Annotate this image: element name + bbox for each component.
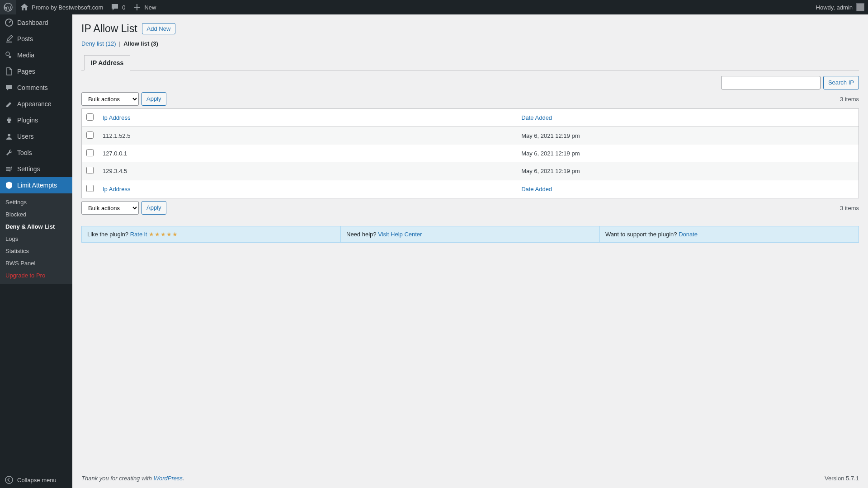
new-content-link[interactable]: New [129,0,160,14]
column-ip-footer[interactable]: Ip Address [103,186,130,192]
collapse-icon [5,475,14,484]
sidebar-item-pages[interactable]: Pages [0,63,72,80]
comment-icon [110,3,119,12]
table-row: 129.3.4.5 May 6, 2021 12:19 pm [82,162,859,180]
svg-point-5 [9,170,11,172]
sidebar-item-appearance[interactable]: Appearance [0,96,72,112]
wordpress-link[interactable]: WordPress [154,475,183,482]
sidebar-item-label: Tools [17,149,32,156]
submenu-item-blocked[interactable]: Blocked [0,208,72,221]
sidebar-item-limit-attempts[interactable]: Limit Attempts [0,177,72,193]
sidebar-item-label: Users [17,133,34,140]
promo-donate: Want to support the plugin? Donate [599,226,859,242]
rate-link[interactable]: Rate it [130,231,147,238]
sidebar-item-label: Comments [17,84,48,91]
new-label: New [144,4,156,11]
site-name-link[interactable]: Promo by Bestwebsoft.com [16,0,107,14]
donate-link[interactable]: Donate [679,231,698,238]
submenu-item-logs[interactable]: Logs [0,233,72,245]
submenu-item-statistics[interactable]: Statistics [0,245,72,257]
select-all-top-checkbox[interactable] [86,113,94,121]
items-count-bottom: 3 items [840,205,859,211]
sidebar-item-label: Appearance [17,100,52,108]
submenu-item-bws-panel[interactable]: BWS Panel [0,257,72,269]
sidebar-item-media[interactable]: Media [0,47,72,63]
promo-help: Need help? Visit Help Center [340,226,599,242]
column-date-header[interactable]: Date Added [521,114,552,121]
sidebar-item-label: Limit Attempts [17,182,57,189]
collapse-menu-button[interactable]: Collapse menu [0,472,72,488]
plus-icon [132,3,142,12]
site-name-label: Promo by Bestwebsoft.com [32,4,103,11]
wp-logo[interactable] [0,0,16,14]
svg-point-2 [6,52,9,56]
deny-list-link[interactable]: Deny list (12) [81,40,116,47]
my-account-link[interactable]: Howdy, admin [812,0,868,14]
submenu-item-deny-allow[interactable]: Deny & Allow List [0,221,72,233]
allow-list-current: Allow list (3) [123,40,158,47]
star-icons: ★★★★★ [149,231,178,238]
sidebar-item-label: Posts [17,35,33,42]
table-row: 127.0.0.1 May 6, 2021 12:19 pm [82,145,859,162]
select-all-bottom-checkbox[interactable] [86,185,94,192]
sidebar-item-posts[interactable]: Posts [0,31,72,47]
avatar [856,3,864,11]
sidebar-item-tools[interactable]: Tools [0,145,72,161]
svg-point-3 [8,134,10,136]
table-row: 112.1.52.5 May 6, 2021 12:19 pm [82,127,859,145]
add-new-button[interactable]: Add New [142,23,176,34]
bulk-actions-select-top[interactable]: Bulk actions [81,92,139,106]
search-button[interactable]: Search IP [823,76,859,89]
row-checkbox[interactable] [86,131,94,139]
submenu-item-settings[interactable]: Settings [0,196,72,208]
column-date-footer[interactable]: Date Added [521,186,552,192]
bulk-actions-select-bottom[interactable]: Bulk actions [81,201,139,215]
cell-ip: 129.3.4.5 [98,162,517,180]
howdy-label: Howdy, admin [816,4,853,11]
column-ip-header[interactable]: Ip Address [103,114,130,121]
wordpress-icon [4,3,13,12]
cell-ip: 127.0.0.1 [98,145,517,162]
settings-icon [5,164,14,174]
row-checkbox[interactable] [86,149,94,156]
home-icon [20,3,29,12]
sidebar-item-dashboard[interactable]: Dashboard [0,14,72,31]
row-checkbox[interactable] [86,167,94,174]
footer-thanks: Thank you for creating with WordPress. [81,475,184,482]
users-icon [5,132,14,141]
plugins-icon [5,116,14,125]
promo-rate: Like the plugin? Rate it ★★★★★ [82,226,340,242]
posts-icon [5,34,14,43]
sidebar-item-users[interactable]: Users [0,128,72,145]
submenu-limit-attempts: Settings Blocked Deny & Allow List Logs … [0,193,72,284]
tab-ip-address[interactable]: IP Address [84,55,130,70]
help-link[interactable]: Visit Help Center [378,231,422,238]
media-icon [5,51,14,60]
search-input[interactable] [721,76,821,89]
cell-date: May 6, 2021 12:19 pm [517,162,859,180]
sidebar-item-label: Media [17,52,34,59]
footer-version: Version 5.7.1 [825,475,859,482]
sidebar-item-comments[interactable]: Comments [0,80,72,96]
collapse-label: Collapse menu [17,477,57,483]
shield-icon [5,181,14,190]
list-filter-links: Deny list (12) | Allow list (3) [81,40,859,47]
cell-date: May 6, 2021 12:19 pm [517,145,859,162]
sidebar-item-label: Settings [17,165,40,173]
cell-date: May 6, 2021 12:19 pm [517,127,859,145]
svg-point-4 [11,167,12,168]
sidebar-item-settings[interactable]: Settings [0,161,72,177]
sidebar-item-plugins[interactable]: Plugins [0,112,72,128]
items-count-top: 3 items [840,96,859,103]
svg-point-6 [5,476,13,483]
submenu-item-upgrade[interactable]: Upgrade to Pro [0,269,72,282]
sidebar-item-label: Pages [17,68,35,75]
apply-button-bottom[interactable]: Apply [142,201,166,215]
sidebar-item-label: Dashboard [17,19,48,26]
pages-icon [5,67,14,76]
dashboard-icon [5,18,14,27]
separator: | [119,40,120,47]
sidebar-item-label: Plugins [17,117,38,124]
comments-link[interactable]: 0 [107,0,129,14]
apply-button-top[interactable]: Apply [142,92,166,106]
